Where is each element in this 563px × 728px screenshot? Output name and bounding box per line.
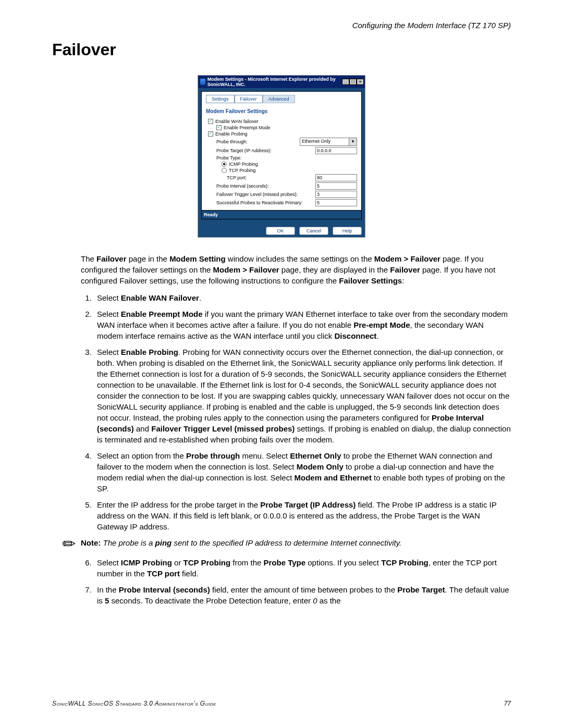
modem-settings-window: Modem Settings - Microsoft Internet Expl…: [198, 75, 365, 238]
step-5: Enter the IP address for the probe targe…: [94, 499, 511, 532]
tcp-probing-radio[interactable]: [222, 168, 227, 173]
enable-wan-failover-checkbox[interactable]: [208, 119, 213, 124]
trigger-level-label: Failover Trigger Level (missed probes):: [216, 192, 315, 197]
document-page: Configuring the Modem Interface (TZ 170 …: [0, 0, 563, 728]
window-minimize-button[interactable]: _: [342, 79, 349, 85]
cancel-button[interactable]: Cancel: [299, 227, 328, 235]
step-1: Select Enable WAN Failover.: [94, 292, 511, 303]
ok-button[interactable]: OK: [266, 227, 295, 235]
trigger-level-input[interactable]: [315, 191, 357, 198]
window-close-button[interactable]: ×: [357, 79, 364, 85]
status-bar: Ready: [202, 210, 361, 219]
window-maximize-button[interactable]: □: [349, 79, 357, 85]
enable-preempt-checkbox[interactable]: [216, 125, 222, 130]
step-7: In the Probe Interval (seconds) field, e…: [94, 584, 511, 606]
reactivate-input[interactable]: [315, 199, 357, 206]
tcp-probing-label: TCP Probing: [229, 168, 357, 173]
probe-through-value: Ethernet Only: [300, 138, 349, 145]
section-heading: Modem Failover Settings: [206, 108, 357, 114]
step-3: Select Enable Probing. Probing for WAN c…: [94, 347, 511, 445]
footer-page-number: 77: [504, 700, 511, 707]
tcp-port-label: TCP port:: [227, 175, 315, 180]
steps-list-cont: Select ICMP Probing or TCP Probing from …: [52, 557, 511, 606]
probe-through-label: Probe through:: [216, 139, 300, 144]
step-4: Select an option from the Probe through …: [94, 450, 511, 494]
intro-paragraph: The Failover page in the Modem Setting w…: [81, 253, 511, 286]
probe-interval-label: Probe Interval (seconds):: [216, 183, 315, 189]
running-header: Configuring the Modem Interface (TZ 170 …: [52, 21, 511, 30]
enable-probing-checkbox[interactable]: [208, 131, 213, 137]
enable-preempt-label: Enable Preempt Mode: [224, 125, 357, 130]
tcp-port-input[interactable]: [315, 174, 357, 181]
window-title-text: Modem Settings - Microsoft Internet Expl…: [207, 77, 342, 87]
footer-guide-name: SonicWALL SonicOS Standard 3.0 Administr…: [52, 700, 216, 707]
note-block: ✎ Note: The probe is a ping sent to the …: [63, 537, 511, 552]
step-6: Select ICMP Probing or TCP Probing from …: [94, 557, 511, 579]
tab-failover[interactable]: Failover: [235, 95, 263, 103]
reactivate-label: Successful Probes to Reactivate Primary:: [216, 200, 315, 205]
probe-target-input[interactable]: [315, 147, 357, 154]
icmp-probing-label: ICMP Probing: [229, 162, 357, 167]
probe-interval-input[interactable]: [315, 182, 357, 190]
note-label: Note:: [81, 538, 101, 547]
page-footer: SonicWALL SonicOS Standard 3.0 Administr…: [52, 700, 511, 707]
steps-list: Select Enable WAN Failover. Select Enabl…: [52, 292, 511, 532]
window-buttons: _ □ ×: [342, 79, 364, 85]
tab-strip: Settings Failover Advanced: [206, 95, 357, 103]
window-titlebar: Modem Settings - Microsoft Internet Expl…: [198, 76, 365, 88]
tab-advanced[interactable]: Advanced: [263, 95, 295, 103]
probe-target-label: Probe Target (IP Address):: [216, 148, 315, 153]
dialog-button-bar: OK Cancel Help: [198, 223, 365, 237]
icmp-probing-radio[interactable]: [222, 162, 227, 167]
probe-through-select[interactable]: Ethernet Only ▼: [300, 138, 357, 146]
pencil-icon: ✎: [59, 534, 79, 554]
page-title: Failover: [52, 40, 511, 59]
enable-probing-label: Enable Probing: [215, 131, 357, 137]
help-button[interactable]: Help: [333, 227, 362, 235]
enable-wan-failover-label: Enable WAN failover: [215, 119, 357, 124]
chevron-down-icon[interactable]: ▼: [349, 138, 357, 145]
ie-icon: [200, 79, 205, 85]
tab-settings[interactable]: Settings: [206, 95, 235, 103]
step-2: Select Enable Preempt Mode if you want t…: [94, 309, 511, 341]
probe-type-label: Probe Type:: [216, 155, 357, 161]
screenshot-figure: Modem Settings - Microsoft Internet Expl…: [52, 75, 511, 238]
